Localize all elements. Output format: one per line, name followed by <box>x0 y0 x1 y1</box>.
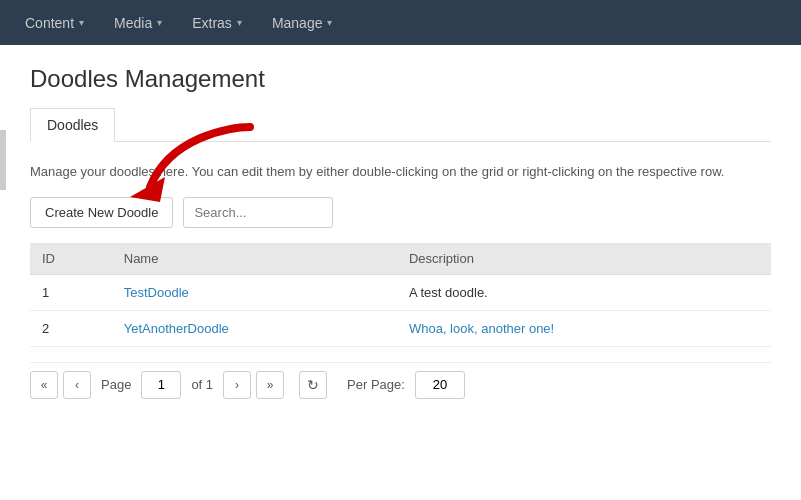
content-chevron-icon: ▾ <box>79 17 84 28</box>
extras-chevron-icon: ▾ <box>237 17 242 28</box>
doodles-table: ID Name Description 1TestDoodleA test do… <box>30 243 771 347</box>
next-page-button[interactable]: › <box>223 371 251 399</box>
page-title: Doodles Management <box>30 65 771 93</box>
media-chevron-icon: ▾ <box>157 17 162 28</box>
create-new-doodle-button[interactable]: Create New Doodle <box>30 197 173 228</box>
last-page-button[interactable]: » <box>256 371 284 399</box>
refresh-button[interactable]: ↻ <box>299 371 327 399</box>
search-input[interactable] <box>183 197 333 228</box>
col-name: Name <box>112 243 397 275</box>
nav-content[interactable]: Content ▾ <box>10 5 99 41</box>
page-number-input[interactable] <box>141 371 181 399</box>
nav-manage[interactable]: Manage ▾ <box>257 5 348 41</box>
nav-content-label: Content <box>25 15 74 31</box>
pagination: « ‹ Page of 1 › » ↻ Per Page: <box>30 362 771 407</box>
next-page-icon: › <box>235 378 239 392</box>
cell-name: TestDoodle <box>112 274 397 310</box>
nav-extras-label: Extras <box>192 15 232 31</box>
toolbar-wrapper: Create New Doodle <box>30 197 771 228</box>
nav-extras[interactable]: Extras ▾ <box>177 5 257 41</box>
table-header-row: ID Name Description <box>30 243 771 275</box>
cell-id: 1 <box>30 274 112 310</box>
nav-media-label: Media <box>114 15 152 31</box>
top-nav: Content ▾ Media ▾ Extras ▾ Manage ▾ <box>0 0 801 45</box>
toolbar: Create New Doodle <box>30 197 771 228</box>
cell-id: 2 <box>30 310 112 346</box>
col-description: Description <box>397 243 771 275</box>
prev-page-icon: ‹ <box>75 378 79 392</box>
info-text: Manage your doodles here. You can edit t… <box>30 162 771 182</box>
of-label: of 1 <box>191 377 213 392</box>
table-row[interactable]: 2YetAnotherDoodleWhoa, look, another one… <box>30 310 771 346</box>
col-id: ID <box>30 243 112 275</box>
left-accent <box>0 130 6 190</box>
first-page-icon: « <box>41 378 48 392</box>
page-label: Page <box>101 377 131 392</box>
last-page-icon: » <box>267 378 274 392</box>
tabs-container: Doodles <box>30 108 771 142</box>
main-content: Doodles Management Doodles Manage your d… <box>0 45 801 500</box>
cell-name: YetAnotherDoodle <box>112 310 397 346</box>
refresh-icon: ↻ <box>307 377 319 393</box>
cell-description: A test doodle. <box>397 274 771 310</box>
table-row[interactable]: 1TestDoodleA test doodle. <box>30 274 771 310</box>
per-page-label: Per Page: <box>347 377 405 392</box>
per-page-input[interactable] <box>415 371 465 399</box>
prev-page-button[interactable]: ‹ <box>63 371 91 399</box>
nav-manage-label: Manage <box>272 15 323 31</box>
tab-doodles-label: Doodles <box>47 117 98 133</box>
tab-doodles[interactable]: Doodles <box>30 108 115 142</box>
cell-description: Whoa, look, another one! <box>397 310 771 346</box>
nav-media[interactable]: Media ▾ <box>99 5 177 41</box>
manage-chevron-icon: ▾ <box>327 17 332 28</box>
first-page-button[interactable]: « <box>30 371 58 399</box>
